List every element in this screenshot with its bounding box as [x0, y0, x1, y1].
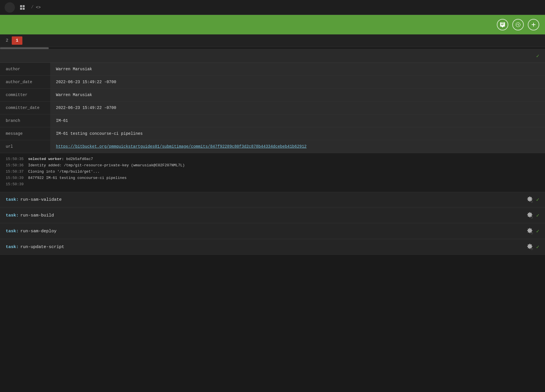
meta-row-author: authorWarren Marusiak [0, 63, 545, 76]
task-name-2: run-sam-deploy [20, 229, 57, 234]
ref-area: ✓ [528, 53, 539, 59]
pipeline-header [0, 15, 545, 34]
scroll-area[interactable] [0, 47, 545, 49]
grid-icon[interactable] [18, 3, 26, 11]
ref-check-icon: ✓ [536, 53, 539, 59]
log-line-2: 15:50:37Cloning into '/tmp/build/get'... [6, 169, 539, 175]
svg-rect-2 [20, 8, 22, 10]
meta-link-url[interactable]: https://bitbucket.org/pmmquickstartguide… [56, 144, 307, 149]
task-name-0: run-sam-validate [20, 197, 62, 202]
task-row-run-sam-validate[interactable]: task:run-sam-validate ⬡✓ [0, 192, 545, 207]
meta-key-committer: committer [0, 89, 50, 102]
meta-val-url[interactable]: https://bitbucket.org/pmmquickstartguide… [50, 140, 545, 153]
task-check-icon-1: ✓ [536, 212, 539, 219]
meta-row-committer_date: committer_date2022-06-23 15:49:22 -0700 [0, 102, 545, 114]
task-row-run-sam-deploy[interactable]: task:run-sam-deploy ⬡✓ [0, 223, 545, 239]
task-row-run-update-script[interactable]: task:run-update-script ⬡✓ [0, 239, 545, 255]
gear-icon-0[interactable]: ⬡ [527, 196, 533, 203]
log-time-1: 15:50:36 [6, 162, 24, 169]
log-text-1: Identity added: /tmp/git-resource-privat… [28, 162, 185, 169]
tab-2[interactable]: 2 [2, 36, 12, 45]
svg-rect-1 [23, 5, 25, 7]
log-line-4: 15:50:39 [6, 181, 539, 188]
tab-1-active[interactable]: 1 [12, 36, 22, 45]
log-text-0: selected worker: bd2b5afd0ac7 [28, 156, 93, 162]
task-check-icon-3: ✓ [536, 244, 539, 250]
meta-val-message: IM-61 testing concourse-ci pipelines [50, 127, 545, 140]
header-actions [497, 19, 539, 30]
log-time-0: 15:50:35 [6, 156, 24, 162]
code-icon: <> [36, 5, 41, 10]
pipeline-title [6, 21, 9, 28]
gear-icon-2[interactable]: ⬡ [527, 228, 533, 235]
task-name-3: run-update-script [20, 245, 64, 249]
rerun-button[interactable] [512, 19, 524, 30]
breadcrumb: / <> [29, 5, 43, 10]
log-time-3: 15:50:39 [6, 175, 24, 181]
meta-val-branch: IM-61 [50, 114, 545, 127]
meta-key-branch: branch [0, 114, 50, 127]
meta-val-author: Warren Marusiak [50, 63, 545, 76]
svg-rect-0 [20, 5, 22, 7]
meta-key-url: url [0, 140, 50, 153]
meta-val-committer: Warren Marusiak [50, 89, 545, 102]
log-line-3: 15:50:39847f922 IM-61 testing concourse-… [6, 175, 539, 181]
task-row-run-sam-build[interactable]: task:run-sam-build ⬡✓ [0, 208, 545, 223]
sep1: / [31, 5, 34, 10]
svg-rect-3 [23, 8, 25, 10]
task-label-1: task: [6, 213, 19, 218]
gear-icon-3[interactable]: ⬡ [527, 243, 533, 250]
top-nav: / <> [0, 0, 545, 15]
log-line-1: 15:50:36Identity added: /tmp/git-resourc… [6, 162, 539, 169]
task-label-0: task: [6, 197, 19, 202]
gear-icon-1[interactable]: ⬡ [527, 212, 533, 219]
meta-val-committer_date: 2022-06-23 15:49:22 -0700 [50, 102, 545, 114]
get-repo-header: ✓ [0, 49, 545, 63]
meta-key-author_date: author_date [0, 76, 50, 89]
scroll-thumb[interactable] [0, 47, 49, 49]
metadata-table: authorWarren Marusiakauthor_date2022-06-… [0, 63, 545, 153]
meta-row-branch: branchIM-61 [0, 114, 545, 127]
meta-key-message: message [0, 127, 50, 140]
meta-val-author_date: 2022-06-23 15:49:22 -0700 [50, 76, 545, 89]
task-check-icon-0: ✓ [536, 196, 539, 203]
task-actions-2: ⬡✓ [527, 228, 539, 235]
task-actions-1: ⬡✓ [527, 212, 539, 219]
meta-row-message: messageIM-61 testing concourse-ci pipeli… [0, 127, 545, 140]
task-actions-3: ⬡✓ [527, 243, 539, 250]
tab-bar: 2 1 [0, 34, 545, 47]
meta-key-committer_date: committer_date [0, 102, 50, 114]
log-text-2: Cloning into '/tmp/build/get'... [28, 169, 100, 175]
meta-row-author_date: author_date2022-06-23 15:49:22 -0700 [0, 76, 545, 89]
task-name-1: run-sam-build [20, 213, 54, 218]
meta-key-author: author [0, 63, 50, 76]
task-actions-0: ⬡✓ [527, 196, 539, 203]
log-time-2: 15:50:37 [6, 169, 24, 175]
meta-row-committer: committerWarren Marusiak [0, 89, 545, 102]
log-time-4: 15:50:39 [6, 181, 24, 188]
task-label-2: task: [6, 229, 19, 234]
task-check-icon-2: ✓ [536, 228, 539, 234]
add-button[interactable] [528, 19, 539, 30]
app-logo[interactable] [5, 2, 15, 13]
task-label-3: task: [6, 245, 19, 249]
log-section: 15:50:35selected worker: bd2b5afd0ac715:… [0, 153, 545, 192]
meta-row-url: urlhttps://bitbucket.org/pmmquickstartgu… [0, 140, 545, 153]
comment-button[interactable] [497, 19, 508, 30]
log-line-0: 15:50:35selected worker: bd2b5afd0ac7 [6, 156, 539, 162]
log-text-3: 847f922 IM-61 testing concourse-ci pipel… [28, 175, 126, 181]
main-content: ✓ authorWarren Marusiakauthor_date2022-0… [0, 49, 545, 255]
